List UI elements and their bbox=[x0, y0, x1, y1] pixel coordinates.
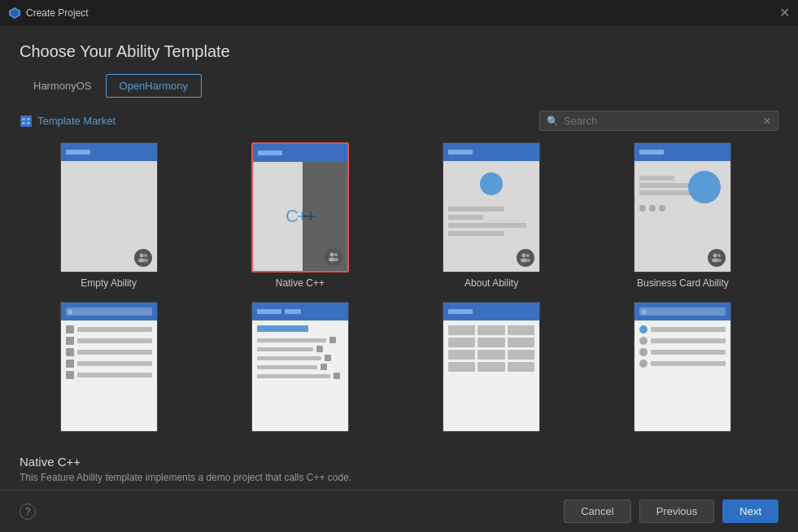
svg-point-13 bbox=[334, 253, 338, 256]
svg-point-9 bbox=[144, 254, 147, 257]
cancel-button[interactable]: Cancel bbox=[564, 499, 630, 523]
card-header-bar-about bbox=[448, 150, 473, 155]
card-line bbox=[448, 231, 504, 236]
svg-rect-5 bbox=[22, 122, 25, 124]
selected-template-description: This Feature Ability template implements… bbox=[20, 472, 778, 483]
grid-cell bbox=[448, 362, 475, 372]
card-line bbox=[639, 183, 696, 188]
tab-harmonyos[interactable]: HarmonyOS bbox=[20, 74, 106, 98]
settings-dot bbox=[639, 337, 648, 345]
search-clear-button[interactable]: ✕ bbox=[763, 116, 771, 127]
detail-line bbox=[257, 347, 313, 351]
svg-rect-2 bbox=[20, 116, 32, 127]
template-market-icon bbox=[20, 115, 33, 128]
grid-cell bbox=[508, 325, 534, 335]
card-header-bar-cpp bbox=[258, 150, 282, 155]
badge-icon-bc bbox=[708, 249, 726, 267]
template-item-about-ability[interactable]: About Ability bbox=[403, 142, 581, 289]
card-header bbox=[61, 143, 157, 161]
template-header: Template Market 🔍 ✕ bbox=[20, 111, 778, 131]
card-circle-about bbox=[480, 172, 503, 195]
search-card-header bbox=[61, 303, 157, 321]
settings-line bbox=[651, 338, 726, 343]
grid-cell bbox=[508, 350, 534, 360]
template-item-empty-ability[interactable]: Empty Ability bbox=[20, 142, 198, 289]
people-icon-cpp bbox=[328, 251, 339, 263]
list-line bbox=[77, 350, 152, 355]
search-input[interactable] bbox=[564, 115, 758, 127]
card-header-bar-grid bbox=[448, 309, 473, 314]
detail-line bbox=[257, 338, 326, 342]
settings-dot bbox=[639, 325, 648, 334]
template-name-about-ability: About Ability bbox=[464, 277, 518, 289]
template-description: Native C++ This Feature Ability template… bbox=[20, 455, 778, 483]
grid-row bbox=[448, 362, 534, 372]
list-row bbox=[66, 337, 152, 345]
svg-point-15 bbox=[522, 254, 526, 258]
search-container[interactable]: 🔍 ✕ bbox=[539, 111, 778, 131]
template-card-business-card bbox=[634, 142, 731, 273]
dot bbox=[639, 205, 646, 211]
template-item-detail[interactable] bbox=[211, 302, 389, 437]
previous-button[interactable]: Previous bbox=[639, 499, 715, 523]
settings-dot bbox=[639, 360, 648, 368]
footer-buttons: Cancel Previous Next bbox=[564, 499, 778, 523]
badge-icon-cpp bbox=[325, 248, 342, 266]
card-header-about bbox=[443, 143, 539, 161]
grid-cell bbox=[477, 338, 504, 347]
template-market-link[interactable]: Template Market bbox=[20, 115, 116, 128]
svg-point-21 bbox=[717, 254, 721, 257]
template-item-grid[interactable] bbox=[403, 302, 581, 437]
card-line bbox=[448, 223, 525, 228]
svg-point-7 bbox=[139, 254, 143, 258]
template-name-native-cpp: Native C++ bbox=[276, 277, 325, 289]
dot bbox=[659, 205, 665, 211]
card-line bbox=[639, 176, 674, 181]
list-line bbox=[77, 338, 152, 343]
grid-cell bbox=[508, 338, 534, 347]
list-row bbox=[66, 325, 152, 334]
template-item-business-card[interactable]: Business Card Ability bbox=[594, 142, 772, 289]
template-card-about bbox=[443, 142, 540, 273]
settings-row bbox=[639, 325, 726, 334]
templates-grid-container[interactable]: Empty Ability C++ bbox=[20, 142, 778, 448]
svg-point-11 bbox=[329, 253, 334, 257]
dot bbox=[649, 205, 656, 211]
titlebar-left: Create Project bbox=[8, 7, 89, 20]
card-lines-about bbox=[448, 203, 534, 239]
close-button[interactable]: ✕ bbox=[779, 7, 790, 20]
list-line bbox=[77, 361, 152, 366]
grid-cell bbox=[477, 350, 504, 360]
detail-line bbox=[257, 356, 322, 360]
settings-row bbox=[639, 360, 726, 368]
list-icon bbox=[66, 348, 74, 356]
grid-cell bbox=[508, 362, 534, 372]
svg-point-10 bbox=[143, 259, 148, 262]
app-icon bbox=[8, 7, 21, 20]
list-row bbox=[66, 348, 152, 356]
settings-line bbox=[651, 350, 726, 355]
tab-openharmony[interactable]: OpenHarmony bbox=[106, 74, 203, 98]
main-content: Choose Your Ability Template HarmonyOS O… bbox=[0, 26, 798, 483]
settings-line bbox=[651, 327, 726, 332]
grid-row bbox=[448, 325, 534, 335]
template-item-settings[interactable] bbox=[594, 302, 772, 437]
template-item-list-search[interactable] bbox=[20, 302, 198, 437]
help-button[interactable]: ? bbox=[20, 504, 36, 520]
template-card-grid bbox=[443, 302, 540, 432]
chevron bbox=[316, 346, 323, 352]
next-button[interactable]: Next bbox=[722, 499, 778, 523]
template-item-native-cpp[interactable]: C++ bbox=[211, 142, 389, 289]
titlebar: Create Project ✕ bbox=[0, 0, 798, 26]
settings-row bbox=[639, 337, 726, 345]
template-card-detail bbox=[251, 302, 349, 432]
card-body-empty bbox=[61, 161, 157, 272]
settings-card-header bbox=[634, 303, 730, 321]
list-line bbox=[77, 327, 152, 332]
settings-dot bbox=[639, 348, 648, 356]
chevron bbox=[329, 337, 336, 343]
detail-title bbox=[257, 325, 309, 332]
selected-template-name: Native C++ bbox=[20, 455, 778, 469]
chevron bbox=[325, 355, 331, 361]
settings-search-dot bbox=[642, 310, 646, 314]
